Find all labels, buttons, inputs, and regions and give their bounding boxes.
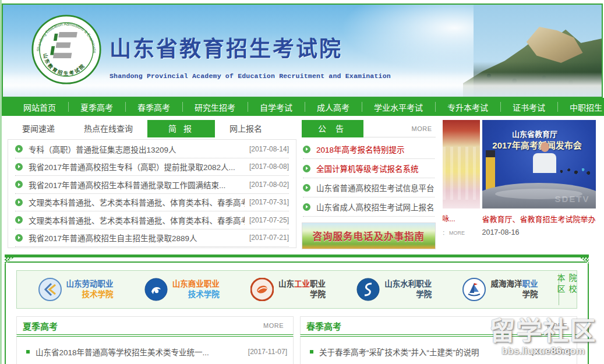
speaker-body (533, 153, 556, 173)
main-nav: 网站首页 夏季高考 春季高考 研究生招考 自学考试 成人高考 学业水平考试 专升… (2, 98, 604, 116)
notice-item: 2018年高考报名特别提示 (303, 140, 435, 159)
section-more-link[interactable]: MORE (263, 322, 287, 329)
notice-item: 山东省普通高校招生考试信息平台 (303, 178, 435, 197)
news-panel: 要闻速递 热点在线查询 简 报 网上报名 专科（高职）普通批征集志愿投出1320… (8, 120, 296, 249)
notice-item: 山东省成人高校招生考试网上报名 (303, 197, 435, 217)
college-name: 山东水利职业 学院 (384, 279, 432, 299)
arrow-circle-icon (15, 145, 23, 153)
notice-list: 2018年高考报名特别提示 全国计算机等级考试报名系统 山东省普通高校招生考试信… (302, 137, 436, 217)
commerce-college-logo-icon (144, 278, 168, 301)
notice-item-link[interactable]: 全国计算机等级考试报名系统 (316, 162, 419, 174)
news-item-date: [2017-07-31] (249, 198, 289, 206)
nav-item-summer-gaokao[interactable]: 夏季高考 (68, 98, 125, 116)
site-banner: Shandong Education Admissions & Examinat… (2, 3, 603, 98)
college-weihai-ocean[interactable]: 威海海洋职业 学院 (447, 278, 553, 301)
news-item-date: [2017-07-21] (249, 234, 289, 242)
nav-item-academic-level[interactable]: 学业水平考试 (362, 98, 435, 116)
arrow-circle-icon (15, 163, 23, 171)
section-body: 关于春季高考“采矿技术类”并入“土建类”的说明 [2017-11-07] (300, 336, 577, 364)
square-bullet-icon (26, 350, 30, 354)
nav-item-upgrade-exam[interactable]: 专升本考试 (435, 98, 500, 116)
news-item-link[interactable]: 我省2017年普通高校招生专科（高职）提前批录取2082人... (29, 161, 245, 172)
section-header: 夏季高考 MORE (16, 316, 294, 335)
college-shandong-industry[interactable]: 山东工业职业 学院 (235, 278, 341, 301)
tab-hot-query[interactable]: 热点在线查询 (69, 120, 147, 137)
section-item-link[interactable]: 山东省2018年普通高等学校招生美术类专业统一... (36, 346, 243, 358)
news-item: 文理类本科普通批、艺术类本科普通批、体育类本科、春季高考... [2017-07… (15, 211, 289, 229)
arrow-circle-icon (303, 165, 310, 172)
news-item-date: [2017-08-14] (249, 145, 289, 153)
college-shandong-commerce[interactable]: 山东商业职业 技术学院 (129, 278, 235, 301)
photo-news-panel: 山东省教育厅 2017年高考新闻发布会 SDETV 咏... ： MORE 省教… (443, 120, 604, 249)
site-subtitle: Shandong Provincial Academy of Education… (110, 72, 391, 80)
microphones (557, 165, 591, 181)
college-shandong-water[interactable]: 山东水利职业 学院 (341, 278, 447, 301)
arrow-circle-icon (15, 181, 23, 188)
notice-item-link[interactable]: 山东省普通高校招生考试信息平台 (316, 182, 435, 193)
notice-item: 全国计算机等级考试报名系统 (303, 159, 435, 178)
arrow-circle-icon (15, 216, 23, 224)
sdetv-watermark: SDETV (555, 194, 590, 204)
section-item: 关于春季高考“采矿技术类”并入“土建类”的说明 [2017-11-07] (306, 346, 571, 358)
tab-online-signup[interactable]: 网上报名 (215, 120, 277, 137)
chorus-photo[interactable] (443, 120, 480, 208)
news-item-date: [2017-08-08] (249, 162, 289, 171)
news-item-link[interactable]: 我省2017年普通高校招生自主招生批录取2889人 (29, 232, 245, 243)
section-more-link[interactable]: MORE (547, 322, 571, 329)
news-tabs: 要闻速递 热点在线查询 简 报 网上报名 (8, 120, 296, 137)
right-photo-date: 2017-08-16 (482, 228, 596, 236)
left-photo-more-link[interactable]: ： MORE (443, 229, 480, 236)
college-name: 山东商业职业 技术学院 (172, 279, 220, 299)
nav-item-certificate[interactable]: 证书考试 (500, 98, 557, 116)
bottom-columns: 夏季高考 MORE 山东省2018年普通高等学校招生美术类专业统一... [20… (16, 316, 577, 364)
ocean-college-logo-icon (462, 278, 486, 301)
left-photo-caption-block: 咏... ： MORE (443, 213, 480, 236)
college-name: 山东工业职业 学院 (278, 279, 326, 299)
arrow-circle-icon (15, 199, 23, 206)
site-title: 山东省教育招生考试院 (110, 31, 391, 63)
news-item: 专科（高职）普通批征集志愿投出13209人 [2017-08-14] (15, 140, 289, 158)
service-hotline-banner[interactable]: 咨询服务电话及办事指南 (302, 222, 436, 249)
site-logo-icon: Shandong Education Admissions & Examinat… (31, 14, 102, 85)
colleges-strip: 山东劳动职业 技术学院 山东商业职业 技术学院 山东工 (16, 270, 577, 309)
notice-item-link[interactable]: 山东省成人高校招生考试网上报名 (316, 201, 435, 213)
press-conference-photo[interactable]: 山东省教育厅 2017年高考新闻发布会 SDETV (482, 120, 596, 208)
photo-row: 山东省教育厅 2017年高考新闻发布会 SDETV (443, 120, 596, 208)
arrow-circle-icon (303, 146, 310, 153)
news-item: 我省2017年普通高校招生自主招生批录取2889人 [2017-07-21] (15, 229, 289, 248)
notice-tabrow: 公 告 MORE (302, 120, 436, 137)
section-divider (5, 255, 589, 257)
section-item: 山东省2018年普通高等学校招生美术类专业统一... [2017-11-07] (23, 346, 287, 358)
arrow-circle-icon (303, 184, 310, 192)
section-item-date: [2017-11-07] (248, 348, 287, 356)
left-photo-caption-link[interactable]: 咏... (443, 213, 480, 223)
tab-top-news[interactable]: 要闻速递 (8, 120, 69, 137)
section-item-link[interactable]: 关于春季高考“采矿技术类”并入“土建类”的说明 (319, 346, 527, 358)
right-photo-caption-link[interactable]: 省教育厅、省教育招生考试院举办 (482, 213, 596, 224)
nav-item-self-study[interactable]: 自学考试 (248, 98, 305, 116)
nav-item-adult-exam[interactable]: 成人高考 (305, 98, 362, 116)
news-item-link[interactable]: 文理类本科普通批、艺术类本科普通批、体育类本科、春季高考... (29, 196, 245, 208)
studio-backdrop-line1: 山东省教育厅 (482, 128, 588, 139)
notice-item-link[interactable]: 2018年高考报名特别提示 (316, 143, 405, 155)
college-name: 威海海洋职业 学院 (490, 279, 538, 299)
nav-item-postgraduate[interactable]: 研究生招考 (182, 98, 248, 116)
speaker-head (541, 142, 549, 152)
college-shandong-labor[interactable]: 山东劳动职业 技术学院 (23, 278, 129, 301)
notice-panel: 公 告 MORE 2018年高考报名特别提示 全国计算机等级考试报名系统 山东省… (302, 120, 436, 249)
content-row: 要闻速递 热点在线查询 简 报 网上报名 专科（高职）普通批征集志愿投出1320… (2, 116, 604, 249)
section-summer-gaokao: 夏季高考 MORE 山东省2018年普通高等学校招生美术类专业统一... [20… (16, 316, 294, 364)
bottom-box: 山东劳动职业 技术学院 山东商业职业 技术学院 山东工 (5, 261, 589, 364)
news-item-link[interactable]: 我省2017年普通高校招生本科普通批录取工作圆满结束... (29, 179, 245, 190)
notice-more-link[interactable]: MORE (412, 125, 436, 132)
nav-item-spring-gaokao[interactable]: 春季高考 (125, 98, 182, 116)
news-item-link[interactable]: 专科（高职）普通批征集志愿投出13209人 (29, 143, 245, 155)
nav-item-vocational[interactable]: 中职招生 (557, 98, 604, 116)
industry-college-logo-icon (250, 278, 274, 301)
tab-announcement[interactable]: 公 告 (302, 120, 363, 137)
right-photo-caption-block: 省教育厅、省教育招生考试院举办 2017-08-16 (482, 213, 596, 236)
district-colleges-label[interactable]: 本区院校 (559, 274, 574, 305)
tab-bulletin[interactable]: 简 报 (147, 120, 215, 137)
news-item-link[interactable]: 文理类本科普通批、艺术类本科普通批、体育类本科、春季高考... (29, 214, 245, 226)
nav-item-home[interactable]: 网站首页 (11, 98, 68, 116)
